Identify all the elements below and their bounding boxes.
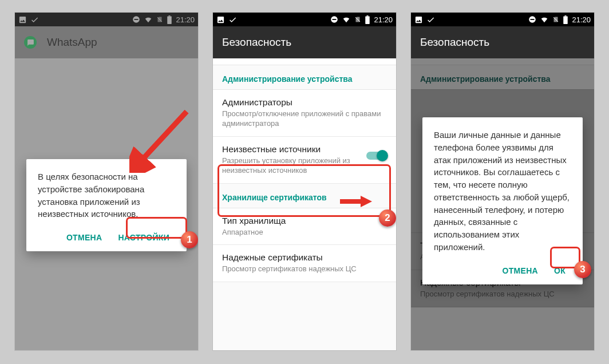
section-header-admin: Администрирование устройства [213,65,396,90]
settings-appbar: Безопасность [411,26,594,58]
battery-icon [365,15,370,24]
status-time: 21:20 [572,15,591,24]
step-badge-2: 2 [379,209,396,227]
check-icon [426,15,435,24]
highlight-settings-button [126,217,187,239]
svg-rect-19 [565,15,567,17]
svg-rect-9 [333,19,337,20]
item-title: Администраторы [222,97,387,108]
highlight-unknown-sources [217,164,391,217]
settings-appbar: Безопасность [213,26,396,58]
battery-icon [563,15,568,24]
list-item-trusted-certs[interactable]: Надежные сертификаты Просмотр сертификат… [213,245,396,282]
image-icon [216,15,225,24]
phone-screen-3: 21:20 Безопасность Администрирование уст… [411,13,594,350]
status-bar: 21:20 [411,13,594,26]
svg-rect-18 [564,16,568,24]
item-subtitle: Просмотр/отключение приложений с правами… [222,109,387,129]
no-sim-icon [354,15,361,23]
arrow-icon [339,195,373,208]
dialog-message: В целях безопасности на устройстве забло… [38,171,175,220]
item-subtitle: Аппаратное [222,228,387,238]
svg-marker-14 [361,196,372,207]
image-icon [414,15,423,24]
dnd-icon [330,15,338,23]
step-badge-3: 3 [574,261,591,278]
svg-rect-16 [531,19,535,20]
svg-rect-12 [367,15,369,17]
item-title: Тип хранилища [222,216,387,226]
no-sim-icon [552,15,559,23]
list-item-admins[interactable]: Администраторы Просмотр/отключение прило… [213,90,396,137]
wifi-icon [540,15,549,23]
status-time: 21:20 [374,15,393,24]
unknown-sources-switch[interactable] [366,150,387,161]
arrow-icon [129,107,192,173]
phone-screen-2: 21:20 Безопасность Администрирование уст… [213,13,396,350]
item-title: Неизвестные источники [222,144,366,155]
svg-marker-7 [132,154,147,171]
check-icon [228,15,237,24]
page-title: Безопасность [222,36,291,49]
item-subtitle: Просмотр сертификатов надежных ЦС [222,264,387,274]
step-badge-1: 1 [181,231,198,248]
status-bar: 21:20 [213,13,396,26]
dialog-message: Ваши личные данные и данные телефона бол… [434,129,571,254]
phone-screen-1: 21:20 WhatsApp В целях безопасности на у… [15,13,198,350]
cancel-button[interactable]: ОТМЕНА [496,262,543,280]
cancel-button[interactable]: ОТМЕНА [61,228,108,247]
svg-rect-11 [366,16,370,24]
wifi-icon [342,15,351,23]
dnd-icon [528,15,536,23]
page-title: Безопасность [420,36,489,49]
item-title: Надежные сертификаты [222,252,387,263]
